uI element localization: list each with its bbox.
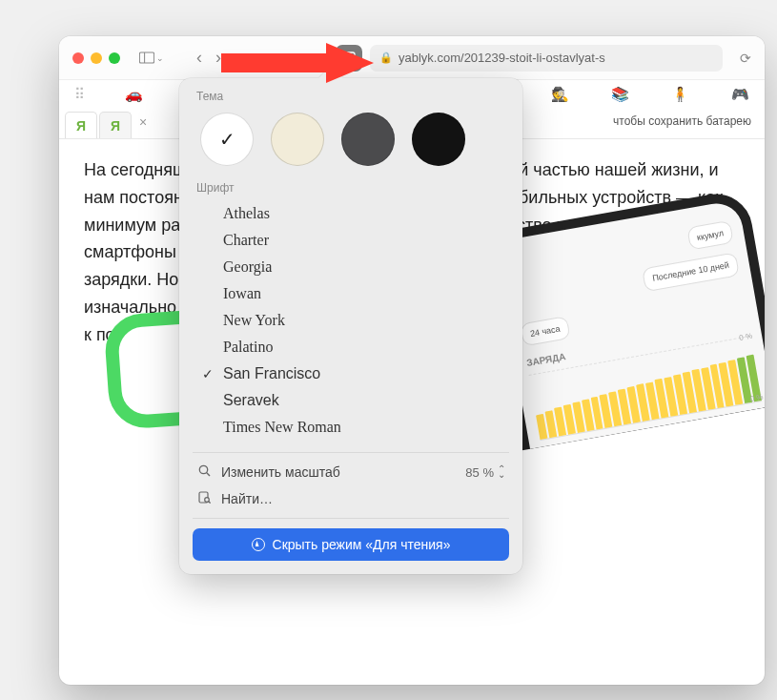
- window-controls: [72, 52, 120, 64]
- banner-text: чтобы сохранить батарею: [613, 114, 751, 128]
- address-bar[interactable]: 🔒 yablyk.com/201239-stoit-li-ostavlyat-s: [370, 45, 723, 72]
- reader-settings-popover: Тема ✓ Шрифт Athelas Charter Georgia Iow…: [179, 78, 522, 574]
- zoom-value: 85 %⌃⌄: [465, 465, 505, 480]
- bookmark-game-icon[interactable]: 🎮: [731, 86, 749, 103]
- font-sanfrancisco[interactable]: ✓San Francisco: [196, 360, 505, 387]
- theme-gray[interactable]: [341, 113, 395, 166]
- bookmark-car-icon[interactable]: 🚗: [125, 86, 143, 103]
- theme-swatches: ✓: [179, 109, 522, 179]
- check-icon: ✓: [202, 366, 214, 381]
- font-times[interactable]: Times New Roman: [196, 414, 505, 441]
- theme-sepia[interactable]: [271, 113, 324, 166]
- font-section-label: Шрифт: [179, 179, 522, 200]
- font-georgia[interactable]: Georgia: [196, 254, 505, 280]
- hide-reader-label: Скрыть режим «Для чтения»: [273, 537, 451, 552]
- zoom-label: Изменить масштаб: [221, 464, 456, 480]
- theme-white[interactable]: ✓: [200, 113, 254, 166]
- nav-arrows: ‹ ›: [191, 48, 227, 68]
- bookmark-books-icon[interactable]: 📚: [611, 86, 629, 103]
- back-button[interactable]: ‹: [191, 48, 208, 68]
- check-icon: ✓: [219, 128, 235, 151]
- lock-icon: 🔒: [379, 51, 393, 64]
- tab-close-button[interactable]: ×: [139, 114, 147, 134]
- font-palatino[interactable]: Palatino: [196, 334, 505, 360]
- svg-point-9: [204, 498, 209, 503]
- reader-mode-button[interactable]: [336, 45, 362, 72]
- svg-point-6: [199, 465, 207, 473]
- font-newyork[interactable]: New York: [196, 307, 505, 334]
- divider: [193, 518, 509, 519]
- close-window-button[interactable]: [72, 52, 84, 64]
- phone-chart: [529, 336, 763, 441]
- hide-reader-button[interactable]: Скрыть режим «Для чтения»: [193, 528, 509, 561]
- svg-line-7: [206, 473, 209, 476]
- font-iowan[interactable]: Iowan: [196, 280, 505, 307]
- compass-icon: [252, 538, 265, 551]
- bookmark-spy-icon[interactable]: 🕵️: [551, 86, 569, 103]
- theme-section-label: Тема: [179, 78, 522, 109]
- find-row[interactable]: Найти…: [179, 485, 522, 512]
- find-icon: [196, 491, 212, 506]
- font-charter[interactable]: Charter: [196, 227, 505, 254]
- fullscreen-window-button[interactable]: [109, 52, 120, 64]
- divider: [193, 452, 509, 453]
- tab-1[interactable]: Я: [65, 112, 97, 138]
- find-label: Найти…: [221, 491, 505, 506]
- sidebar-toggle-button[interactable]: ⌄: [139, 49, 164, 68]
- theme-black[interactable]: [412, 113, 465, 166]
- font-list: Athelas Charter Georgia Iowan New York P…: [179, 200, 522, 446]
- apps-icon[interactable]: ⠿: [74, 86, 83, 103]
- toolbar: ⌄ ‹ › 🔒 yablyk.com/201239-stoit-li-ostav…: [59, 36, 765, 80]
- bookmark-person-icon[interactable]: 🧍: [671, 86, 689, 103]
- tab-2[interactable]: Я: [99, 112, 132, 138]
- minimize-window-button[interactable]: [91, 52, 102, 64]
- font-athelas[interactable]: Athelas: [196, 200, 505, 227]
- forward-button[interactable]: ›: [210, 48, 227, 68]
- chevron-up-down-icon: ⌃⌄: [498, 466, 505, 478]
- svg-line-10: [208, 502, 210, 504]
- font-seravek[interactable]: Seravek: [196, 387, 505, 414]
- url-text: yablyk.com/201239-stoit-li-ostavlyat-s: [399, 51, 605, 65]
- zoom-row[interactable]: Изменить масштаб 85 %⌃⌄: [179, 459, 522, 485]
- zoom-icon: [196, 464, 212, 480]
- svg-rect-0: [139, 52, 153, 63]
- reload-button[interactable]: ⟳: [740, 51, 751, 66]
